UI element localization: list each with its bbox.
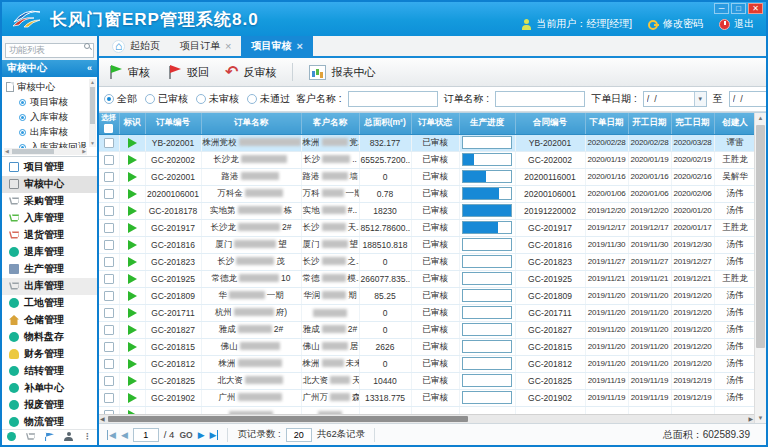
row-checkbox[interactable]: [104, 274, 114, 284]
反审核-button[interactable]: ↶反审核: [225, 65, 276, 80]
column-header-标识[interactable]: 标识: [119, 113, 145, 134]
order-name-input[interactable]: [495, 91, 585, 107]
table-row[interactable]: GC-201809华一期华润期85.25已审核GC-2018092019/11/…: [99, 287, 756, 304]
scroll-down-icon[interactable]: ▼: [755, 413, 766, 423]
row-checkbox[interactable]: [104, 172, 114, 182]
tree-root[interactable]: 审核中心: [6, 80, 87, 95]
row-checkbox[interactable]: [104, 308, 114, 318]
scroll-up-icon[interactable]: ▲: [755, 113, 766, 123]
column-header-订单名称[interactable]: 订单名称: [201, 113, 301, 134]
table-row[interactable]: GC-201917长沙龙2#长沙天..8512.78600..已审核GC-201…: [99, 219, 756, 236]
flag-icon[interactable]: [45, 432, 54, 441]
tree-item-入库审核[interactable]: 入库审核: [19, 110, 87, 125]
row-checkbox[interactable]: [104, 393, 114, 403]
row-checkbox[interactable]: [104, 189, 114, 199]
sidebar-item-仓储管理[interactable]: 仓储管理: [2, 312, 97, 329]
column-header-合同编号[interactable]: 合同编号: [515, 113, 585, 134]
sidebar-item-物流管理[interactable]: 物流管理: [2, 414, 97, 430]
column-header-总面积(m²)[interactable]: 总面积(m²): [359, 113, 411, 134]
row-checkbox[interactable]: [104, 291, 114, 301]
scroll-left-icon[interactable]: ◀: [100, 415, 105, 423]
radio-全部[interactable]: 全部: [104, 92, 137, 106]
logout-button[interactable]: 退出: [719, 17, 754, 31]
sidebar-item-项目管理[interactable]: 项目管理: [2, 159, 97, 176]
sidebar-item-结转管理[interactable]: 结转管理: [2, 363, 97, 380]
row-checkbox[interactable]: [104, 376, 114, 386]
row-checkbox[interactable]: [104, 257, 114, 267]
row-checkbox[interactable]: [104, 325, 114, 335]
cart-icon[interactable]: [26, 432, 35, 441]
sidebar-item-财务管理[interactable]: 财务管理: [2, 346, 97, 363]
close-button[interactable]: ✕: [748, 3, 763, 14]
column-header-创建人[interactable]: 创建人: [714, 113, 756, 134]
table-row[interactable]: GC-201925常德龙10常德模..266077.835..已审核GC-201…: [99, 270, 756, 287]
column-header-完工日期[interactable]: 完工日期: [671, 113, 714, 134]
prev-page-button[interactable]: ◀: [121, 430, 128, 440]
close-icon[interactable]: ×: [296, 41, 302, 51]
column-header-客户名称[interactable]: 客户名称: [301, 113, 359, 134]
row-checkbox[interactable]: [104, 240, 114, 250]
next-page-button[interactable]: ▶: [198, 430, 205, 440]
column-header-订单状态[interactable]: 订单状态: [411, 113, 459, 134]
column-header-下单日期[interactable]: 下单日期: [585, 113, 628, 134]
go-button[interactable]: GO: [179, 430, 192, 440]
order-date-from-picker[interactable]: ▼: [643, 91, 707, 107]
scroll-thumb[interactable]: [756, 125, 765, 348]
scroll-thumb[interactable]: [108, 416, 468, 422]
maximize-button[interactable]: □: [731, 3, 746, 14]
change-password-button[interactable]: 修改密码: [648, 17, 703, 31]
row-checkbox[interactable]: [104, 138, 114, 148]
first-page-button[interactable]: ◀: [107, 430, 116, 440]
table-row[interactable]: GC-201902广州广州万森林13318.775已审核GC-201902201…: [99, 389, 756, 406]
驳回-button[interactable]: 驳回: [166, 64, 209, 81]
scroll-thumb[interactable]: [12, 149, 54, 154]
table-row[interactable]: GC-201827雅成2#雅成2#0已审核GC-2018272019/11/20…: [99, 321, 756, 338]
radio-已审核[interactable]: 已审核: [145, 92, 188, 106]
table-row[interactable]: GC-202002长沙龙长沙..65525.7200..已审核GC-202002…: [99, 151, 756, 168]
column-header-选择[interactable]: 选择: [99, 113, 119, 134]
close-icon[interactable]: ×: [225, 41, 231, 51]
sidebar-item-报废管理[interactable]: 报废管理: [2, 397, 97, 414]
table-row[interactable]: GC-202001路港路港墙0已审核202001160012020/01/162…: [99, 168, 756, 185]
table-row[interactable]: GC-201812株洲株洲未来0已审核GC-2018122019/11/2020…: [99, 355, 756, 372]
scroll-left-icon[interactable]: ◀: [5, 148, 9, 155]
sidebar-item-退库管理[interactable]: 退库管理: [2, 244, 97, 261]
table-row[interactable]: GC-2018178实地第栋实地#..18230已审核2019122000220…: [99, 202, 756, 219]
function-search-input[interactable]: [5, 43, 94, 58]
scroll-down-icon[interactable]: ▼: [89, 140, 96, 147]
scroll-right-icon[interactable]: ▶: [748, 415, 753, 423]
审核-button[interactable]: 审核: [107, 64, 150, 81]
order-date-to-input[interactable]: [730, 94, 766, 104]
table-row[interactable]: GC-201711杭州府)0已审核GC-2017112019/11/202019…: [99, 304, 756, 321]
last-page-button[interactable]: ▶: [210, 430, 219, 440]
select-all-checkbox[interactable]: [104, 124, 113, 133]
sidebar-item-出库管理[interactable]: 出库管理: [2, 278, 97, 295]
tree-horizontal-scrollbar[interactable]: ◀▶: [4, 148, 87, 155]
table-row[interactable]: GC-201823长沙茂长沙之..0已审核GC-2018232019/11/27…: [99, 253, 756, 270]
tree-item-出库审核[interactable]: 出库审核: [19, 125, 87, 140]
sidebar-item-退货管理[interactable]: 退货管理: [2, 227, 97, 244]
radio-未审核[interactable]: 未审核: [196, 92, 239, 106]
column-header-开工日期[interactable]: 开工日期: [628, 113, 671, 134]
row-checkbox[interactable]: [104, 342, 114, 352]
customer-name-input[interactable]: [348, 91, 438, 107]
sidebar-item-采购管理[interactable]: 采购管理: [2, 193, 97, 210]
scroll-up-icon[interactable]: ▲: [89, 79, 96, 86]
sidebar-item-物料盘存[interactable]: 物料盘存: [2, 329, 97, 346]
more-icon[interactable]: ⋮: [83, 432, 92, 441]
grid-horizontal-scrollbar[interactable]: ◀▶: [99, 414, 754, 423]
row-checkbox[interactable]: [104, 155, 114, 165]
order-date-to-picker[interactable]: ▼: [729, 91, 766, 107]
table-row[interactable]: YB-202001株洲党校株洲党..832.177已审核YB-202001202…: [99, 134, 756, 151]
dot-icon[interactable]: [7, 432, 16, 441]
sidebar-item-工地管理[interactable]: 工地管理: [2, 295, 97, 312]
tree-vertical-scrollbar[interactable]: ▲▼: [89, 79, 96, 147]
tree-item-项目审核[interactable]: 项目审核: [19, 95, 87, 110]
tab-项目审核[interactable]: 项目审核×: [241, 36, 312, 56]
person-icon[interactable]: [64, 432, 73, 441]
tab-项目订单[interactable]: 项目订单×: [170, 36, 241, 56]
scroll-thumb[interactable]: [90, 87, 95, 124]
table-row[interactable]: 20200106001万科金万科一期0.78已审核202001060012020…: [99, 185, 756, 202]
column-header-生产进度[interactable]: 生产进度: [459, 113, 515, 134]
chevron-down-icon[interactable]: ▼: [694, 92, 706, 106]
